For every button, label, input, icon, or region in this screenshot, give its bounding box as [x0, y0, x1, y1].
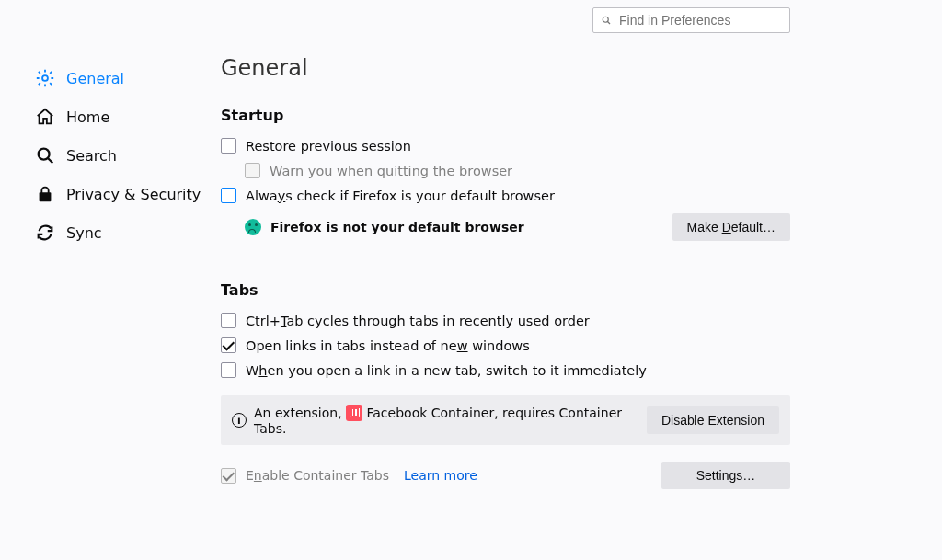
checkbox-default-browser[interactable]	[221, 188, 236, 203]
sidebar-item-label: Search	[66, 147, 117, 165]
disable-extension-button[interactable]: Disable Extension	[647, 406, 779, 434]
svg-line-4	[48, 158, 52, 163]
sync-icon	[35, 223, 55, 243]
home-icon	[35, 107, 55, 127]
checkbox-label: Ctrl+Tab cycles through tabs in recently…	[246, 314, 590, 328]
sidebar-item-label: Privacy & Security	[66, 186, 201, 203]
search-icon	[601, 14, 612, 27]
svg-line-1	[608, 22, 611, 25]
gear-icon	[35, 68, 55, 88]
extension-notice: i An extension, Facebook Container, requ…	[221, 395, 790, 445]
section-tabs: Tabs	[221, 281, 790, 299]
checkbox-open-links-tabs[interactable]	[221, 337, 236, 353]
search-box[interactable]	[592, 7, 790, 33]
checkbox-label: Enable Container Tabs	[246, 468, 389, 483]
checkbox-label: When you open a link in a new tab, switc…	[246, 363, 647, 378]
content: General Startup Restore previous session…	[221, 55, 942, 560]
sidebar-item-search[interactable]: Search	[28, 136, 221, 175]
section-startup: Startup	[221, 107, 790, 124]
sidebar-item-privacy[interactable]: Privacy & Security	[28, 175, 221, 213]
sidebar-item-general[interactable]: General	[28, 59, 221, 97]
checkbox-label: Open links in tabs instead of new window…	[246, 338, 530, 353]
sidebar-item-sync[interactable]: Sync	[28, 213, 221, 252]
checkbox-restore-session[interactable]	[221, 138, 236, 154]
checkbox-label: Always check if Firefox is your default …	[246, 189, 555, 203]
svg-point-2	[42, 75, 48, 81]
info-icon: i	[232, 413, 247, 428]
svg-point-3	[39, 149, 50, 160]
search-icon	[35, 145, 55, 166]
lock-icon	[35, 184, 55, 204]
sad-face-icon	[245, 219, 261, 235]
checkbox-warn-quit	[245, 163, 260, 178]
default-browser-status: Firefox is not your default browser	[270, 220, 524, 234]
svg-point-0	[603, 17, 608, 22]
sidebar-item-label: Sync	[66, 224, 102, 242]
sidebar-item-home[interactable]: Home	[28, 97, 221, 136]
sidebar: General Home Search Privacy & Security S…	[28, 55, 221, 560]
checkbox-label: Restore previous session	[246, 139, 411, 154]
checkbox-label: Warn you when quitting the browser	[270, 164, 512, 178]
sidebar-item-label: General	[66, 70, 124, 87]
make-default-button[interactable]: Make Default…	[672, 213, 791, 241]
learn-more-link[interactable]: Learn more	[404, 468, 477, 483]
page-title: General	[221, 55, 790, 81]
checkbox-switch-new-tab[interactable]	[221, 362, 236, 378]
search-input[interactable]	[617, 12, 782, 29]
notice-text: An extension, Facebook Container, requir…	[254, 405, 636, 436]
container-settings-button[interactable]: Settings…	[661, 462, 790, 489]
sidebar-item-label: Home	[66, 109, 109, 126]
checkbox-container-tabs	[221, 468, 236, 484]
extension-icon	[346, 405, 362, 421]
checkbox-ctrl-tab[interactable]	[221, 313, 236, 328]
